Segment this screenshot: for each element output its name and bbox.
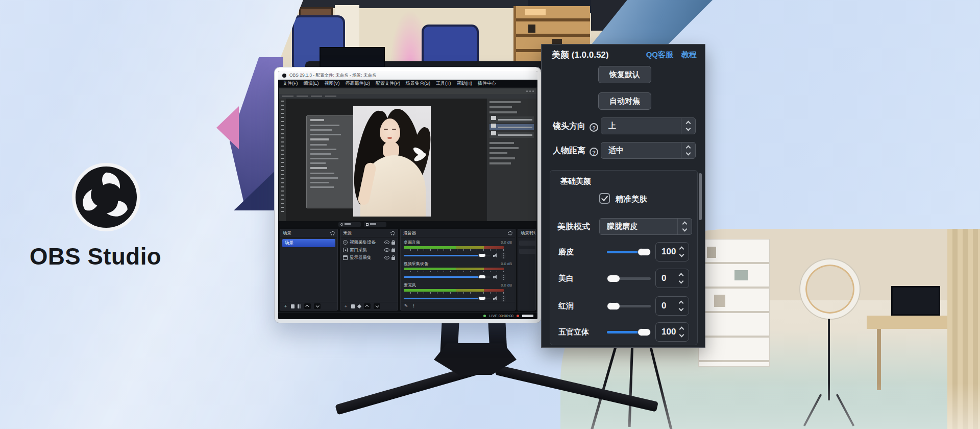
menu-view[interactable]: 视图(V) [325, 80, 340, 87]
scenes-dock: 场景 场景 ＋ [280, 229, 338, 311]
obs-status-bar: LIVE 00:00:00 [278, 312, 537, 319]
menu-scene-collection[interactable]: 场景集合(S) [406, 80, 430, 87]
mixer-toolbar: ✎ ! [401, 302, 515, 310]
transition-stub[interactable] [519, 241, 535, 246]
volume-handle[interactable] [478, 253, 486, 257]
move-down-button[interactable] [314, 303, 321, 309]
qq-support-link[interactable]: QQ客服 [646, 50, 673, 60]
value-spinner[interactable] [675, 301, 689, 311]
add-icon[interactable]: ＋ [344, 304, 348, 308]
remove-icon[interactable] [291, 304, 295, 308]
value-spinner[interactable] [676, 247, 689, 256]
obs-app-icon [282, 74, 286, 78]
value-spinner[interactable] [675, 274, 689, 283]
value-spinner[interactable] [676, 327, 689, 337]
lock-icon[interactable] [391, 249, 395, 252]
filters-icon[interactable] [298, 304, 301, 308]
edit-icon[interactable]: ✎ [404, 304, 408, 308]
add-icon[interactable]: ＋ [283, 304, 288, 308]
menu-tools[interactable]: 工具(T) [436, 80, 451, 87]
slider-handle[interactable] [638, 248, 651, 256]
precise-skin-checkbox[interactable] [599, 193, 610, 204]
help-icon[interactable]: ? [590, 123, 598, 132]
photo-ring-light [800, 259, 860, 319]
whitening-label: 美白 [558, 274, 574, 283]
move-down-button[interactable] [374, 303, 380, 309]
channel-menu-button[interactable] [501, 252, 506, 259]
sources-toolbar: ＋ [340, 302, 398, 310]
speaker-icon[interactable] [493, 296, 499, 301]
lock-icon[interactable] [391, 242, 395, 245]
channel-menu-button[interactable] [501, 274, 506, 280]
photo-shelf-light [525, 9, 546, 15]
menu-plugin-center[interactable]: 插件中心 [478, 80, 496, 87]
source-row[interactable]: 显示器采集 [341, 254, 397, 261]
source-row[interactable]: 窗口采集 [341, 246, 397, 254]
skin-mode-select[interactable]: 朦胧磨皮 [599, 218, 692, 235]
photo-shelf-lines [699, 240, 769, 366]
panel-scrollbar[interactable] [699, 173, 702, 220]
speaker-icon[interactable] [493, 253, 499, 258]
menu-profile[interactable]: 配置文件(P) [376, 80, 400, 87]
slider-handle[interactable] [607, 275, 620, 282]
program-indicator-button[interactable] [364, 222, 386, 227]
gear-icon[interactable] [508, 231, 512, 235]
facial-depth-value[interactable]: 100 [655, 322, 689, 342]
whitening-slider[interactable] [607, 277, 651, 280]
tutorial-link[interactable]: 教程 [681, 50, 697, 60]
smoothing-value[interactable]: 100 [655, 242, 689, 261]
preview-indicator-row [278, 221, 537, 227]
menu-help[interactable]: 帮助(H) [457, 80, 473, 87]
mixer-title: 混音器 [403, 230, 416, 236]
channel-menu-button[interactable] [501, 295, 506, 302]
volume-handle[interactable] [478, 275, 486, 279]
photo-desk-monitor [891, 286, 940, 316]
preview-indicator-button[interactable] [338, 222, 361, 227]
facial-depth-slider[interactable] [607, 331, 651, 333]
volume-slider[interactable] [404, 255, 491, 256]
rosy-value[interactable]: 0 [655, 296, 689, 316]
obs-preview-area[interactable] [278, 87, 537, 221]
menu-docks[interactable]: 停靠部件(D) [346, 80, 371, 87]
move-up-button[interactable] [364, 303, 371, 309]
volume-handle[interactable] [478, 296, 486, 300]
basic-beauty-title: 基础美颜 [560, 177, 591, 186]
menu-edit[interactable]: 编辑(E) [304, 80, 319, 87]
slider-handle[interactable] [607, 302, 620, 310]
obs-title-bar: OBS 29.1.3 - 配置文件: 未命名 - 场景: 未命名 [278, 71, 537, 80]
visibility-eye-icon[interactable] [384, 241, 389, 244]
visibility-eye-icon[interactable] [384, 248, 389, 252]
camera-direction-select[interactable]: 上 [601, 117, 696, 134]
rosy-slider[interactable] [607, 305, 651, 307]
person-distance-select[interactable]: 适中 [601, 142, 696, 159]
whitening-value[interactable]: 0 [655, 269, 689, 288]
help-icon[interactable]: ? [590, 148, 598, 156]
remove-icon[interactable] [351, 304, 355, 308]
visibility-eye-icon[interactable] [384, 256, 389, 259]
obs-window-title: OBS 29.1.3 - 配置文件: 未命名 - 场景: 未命名 [289, 73, 377, 79]
select-spinner[interactable] [681, 118, 695, 134]
autofocus-button[interactable]: 自动对焦 [598, 92, 651, 110]
gear-icon[interactable] [390, 231, 395, 235]
slider-handle[interactable] [638, 328, 651, 336]
select-spinner[interactable] [677, 219, 692, 234]
volume-slider[interactable] [404, 276, 491, 278]
smoothing-slider[interactable] [607, 251, 651, 253]
volume-slider[interactable] [404, 298, 491, 299]
select-spinner[interactable] [681, 142, 695, 158]
portrait-photo [353, 106, 431, 217]
lock-icon[interactable] [391, 257, 395, 260]
properties-icon[interactable] [357, 304, 361, 308]
speaker-icon[interactable] [493, 275, 499, 279]
scene-item-selected[interactable]: 场景 [282, 239, 335, 247]
transition-stub[interactable] [519, 249, 535, 254]
source-label: 视频采集设备 [350, 240, 382, 246]
source-row[interactable]: 视频采集设备 [341, 239, 397, 246]
restore-defaults-button[interactable]: 恢复默认 [598, 66, 651, 83]
alert-icon[interactable]: ! [411, 304, 416, 308]
move-up-button[interactable] [304, 303, 311, 309]
ps-canvas [286, 99, 486, 221]
gear-icon[interactable] [330, 231, 335, 235]
menu-file[interactable]: 文件(F) [283, 80, 298, 87]
marketing-canvas: OBS Studio OBS 29.1.3 - 配置文件: 未命名 - 场景: … [0, 0, 980, 429]
